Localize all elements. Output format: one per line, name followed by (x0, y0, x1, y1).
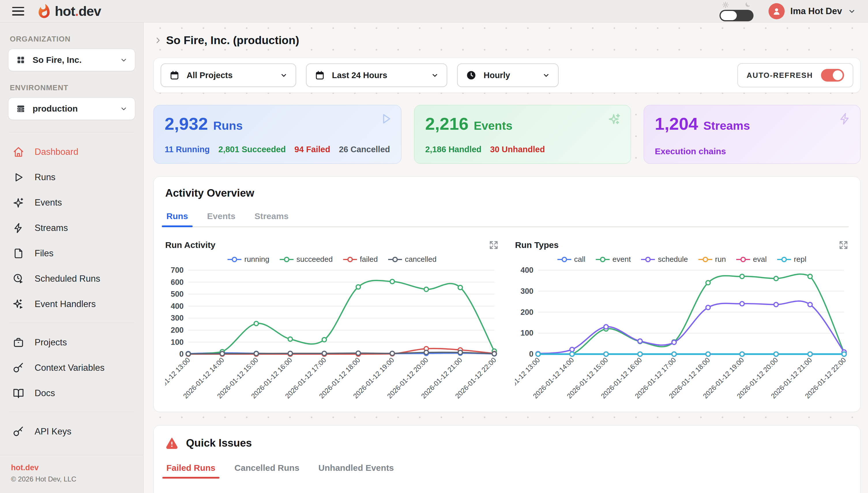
legend-item-run[interactable]: run (698, 255, 726, 264)
play-icon (13, 172, 24, 183)
sidebar-item-files[interactable]: Files (8, 241, 135, 266)
legend-item-schedule[interactable]: schedule (641, 255, 688, 264)
svg-text:300: 300 (521, 287, 533, 296)
legend-item-failed[interactable]: failed (343, 255, 378, 264)
lightning-outline-icon (838, 112, 851, 125)
organization-select[interactable]: So Fire, Inc. (8, 49, 135, 71)
events-stat-card[interactable]: 2,216 Events 2,186 Handled 30 Unhandled (414, 105, 631, 164)
toggle-knob (833, 70, 843, 80)
svg-text:200: 200 (171, 326, 184, 335)
chevron-right-icon (154, 36, 162, 44)
legend-item-running[interactable]: running (228, 255, 269, 264)
tab-cancelled-runs[interactable]: Cancelled Runs (233, 463, 300, 478)
sidebar-item-label: Dashboard (35, 147, 79, 157)
tab-failed-runs[interactable]: Failed Runs (165, 463, 216, 478)
sidebar-footer: hot.dev © 2026 Hot Dev, LLC (0, 455, 143, 493)
sparkles-play-icon (13, 298, 24, 310)
svg-text:500: 500 (171, 290, 184, 298)
page-title: So Fire, Inc. (production) (166, 34, 299, 47)
hamburger-menu-icon[interactable] (12, 7, 24, 16)
sparkles-outline-icon (608, 112, 622, 127)
brand-logo[interactable]: hot.dev (36, 3, 101, 19)
legend-item-repl[interactable]: repl (777, 255, 806, 264)
sidebar-item-docs[interactable]: Docs (8, 381, 135, 406)
legend-item-eval[interactable]: eval (736, 255, 767, 264)
run-types-panel: Run Types call event schedule run eval (515, 240, 849, 400)
streams-stat-card[interactable]: 1,204 Streams Execution chains (644, 105, 861, 164)
legend-marker-icon (388, 257, 402, 262)
sidebar-item-projects[interactable]: Projects (8, 330, 135, 355)
runs-stat-card[interactable]: 2,932 Runs 11 Running 2,801 Succeeded 94… (153, 105, 401, 164)
sidebar-item-events[interactable]: Events (8, 190, 135, 215)
legend-label: call (574, 255, 586, 264)
legend-item-succeeded[interactable]: succeeded (280, 255, 333, 264)
sidebar-item-label: Projects (35, 337, 67, 348)
sidebar-item-label: Streams (35, 223, 68, 233)
user-menu[interactable]: Ima Hot Dev (768, 3, 856, 19)
legend-label: event (613, 255, 631, 264)
time-range-select[interactable]: Last 24 Hours (306, 63, 447, 87)
calendar-icon (315, 70, 325, 81)
sidebar-item-event-handlers[interactable]: Event Handlers (8, 292, 135, 317)
organization-label: ORGANIZATION (10, 35, 133, 44)
legend-item-cancelled[interactable]: cancelled (388, 255, 437, 264)
sidebar-item-runs[interactable]: Runs (8, 165, 135, 190)
legend-marker-icon (596, 257, 610, 262)
footer-brand[interactable]: hot.dev (11, 463, 132, 472)
theme-switch-track[interactable] (719, 10, 754, 21)
run-types-legend: call event schedule run eval repl (515, 255, 849, 264)
sidebar-item-label: Files (35, 248, 54, 259)
sidebar-item-scheduled-runs[interactable]: Scheduled Runs (8, 266, 135, 292)
legend-marker-icon (777, 257, 791, 262)
sidebar-nav-tertiary: API Keys (8, 419, 135, 444)
sidebar-item-streams[interactable]: Streams (8, 215, 135, 241)
environment-select[interactable]: production (8, 98, 135, 120)
divider (9, 412, 134, 412)
legend-label: schedule (658, 255, 688, 264)
sidebar-item-label: API Keys (35, 426, 71, 437)
auto-refresh-toggle[interactable] (821, 69, 844, 82)
theme-toggle[interactable] (719, 1, 754, 21)
play-outline-icon (379, 112, 393, 125)
sidebar-item-dashboard[interactable]: Dashboard (8, 139, 135, 165)
legend-label: succeeded (296, 255, 333, 264)
legend-label: cancelled (405, 255, 437, 264)
legend-item-call[interactable]: call (557, 255, 586, 264)
legend-label: eval (753, 255, 767, 264)
svg-text:100: 100 (521, 329, 533, 337)
lightning-icon (13, 222, 24, 234)
brand-name: hot.dev (55, 3, 101, 19)
activity-tabs: Runs Events Streams (165, 211, 849, 227)
sidebar-item-label: Scheduled Runs (35, 274, 100, 284)
tab-streams[interactable]: Streams (253, 211, 290, 226)
divider (9, 132, 134, 132)
legend-label: run (715, 255, 726, 264)
footer-copyright: © 2026 Hot Dev, LLC (11, 475, 132, 483)
legend-marker-icon (280, 257, 294, 262)
sidebar-item-label: Context Variables (35, 363, 104, 373)
briefcase-icon (13, 337, 24, 348)
expand-icon[interactable] (838, 240, 849, 250)
interval-select[interactable]: Hourly (457, 63, 558, 87)
legend-item-event[interactable]: event (596, 255, 631, 264)
run-activity-panel: Run Activity running succeeded failed ca… (165, 240, 499, 400)
sun-icon (722, 1, 729, 9)
sidebar-item-context-variables[interactable]: Context Variables (8, 355, 135, 381)
activity-overview-card: Activity Overview Runs Events Streams Ru… (153, 176, 861, 412)
runs-succeeded: 2,801 Succeeded (218, 145, 286, 154)
environment-value: production (33, 104, 113, 113)
events-unhandled: 30 Unhandled (490, 145, 545, 154)
top-bar: hot.dev Ima Hot Dev (0, 0, 868, 22)
tab-runs[interactable]: Runs (165, 211, 189, 226)
project-filter-select[interactable]: All Projects (161, 63, 296, 87)
tab-events[interactable]: Events (206, 211, 236, 226)
runs-running: 11 Running (165, 145, 210, 154)
main-content: So Fire, Inc. (production) All Projects … (144, 22, 868, 493)
sidebar-item-api-keys[interactable]: API Keys (8, 419, 135, 444)
svg-text:300: 300 (171, 314, 184, 322)
run-activity-title: Run Activity (165, 240, 215, 250)
svg-text:400: 400 (171, 302, 184, 310)
expand-icon[interactable] (488, 240, 499, 250)
tab-unhandled-events[interactable]: Unhandled Events (317, 463, 395, 478)
flame-logo-icon (36, 3, 52, 19)
